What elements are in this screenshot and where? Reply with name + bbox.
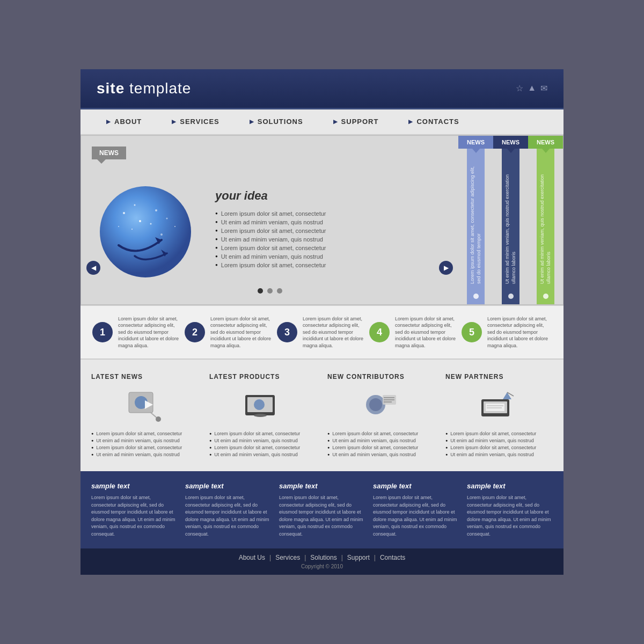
- footer-link-contacts[interactable]: Contacts: [380, 554, 405, 561]
- svg-point-22: [369, 398, 382, 411]
- hero-section: NEWS: [80, 135, 564, 305]
- news-panel-dot-blue[interactable]: [473, 294, 479, 299]
- svg-point-6: [139, 220, 141, 222]
- svg-point-0: [100, 186, 191, 277]
- nav-arrow: ▶: [333, 119, 338, 125]
- feature-new-partners: NEW PARTNERS Lorem ipsum dolor sit amet,…: [445, 373, 553, 458]
- title-light: template: [125, 80, 191, 97]
- feature-title-products: LATEST PRODUCTS: [209, 373, 317, 380]
- nav-item-about[interactable]: ▶ ABOUT: [91, 118, 157, 126]
- hero-prev-button[interactable]: ◀: [86, 261, 100, 275]
- svg-point-4: [166, 217, 168, 219]
- news-panel-dot-green[interactable]: [543, 294, 548, 299]
- news-icon-svg: [126, 390, 164, 422]
- nav-arrow: ▶: [408, 119, 413, 125]
- feature-bullet: Ut enim ad minim veniam, quis nostrud: [327, 437, 435, 444]
- hero-dot-1[interactable]: [258, 288, 263, 294]
- footer-link-about[interactable]: About Us: [239, 554, 265, 561]
- footer-sep-4: |: [374, 554, 376, 561]
- feature-bullet: Ut enim ad minim veniam, quis nostrud: [445, 451, 553, 458]
- globe-container: [92, 175, 199, 283]
- footer-links: About Us | Services | Solutions | Suppor…: [239, 554, 406, 561]
- nav-label-solutions: SOLUTIONS: [258, 118, 303, 126]
- hero-next-button[interactable]: ▶: [439, 261, 453, 275]
- footer-col-5: sample text Lorem ipsum dolor sit amet, …: [467, 482, 553, 538]
- nav-item-solutions[interactable]: ▶ SOLUTIONS: [235, 118, 318, 126]
- mail-icon[interactable]: ✉: [540, 83, 547, 93]
- hero-text: your idea Lorem ipsum dolor sit amet, co…: [215, 189, 326, 269]
- feature-latest-news: LATEST NEWS Lorem ipsum dolor sit amet, …: [91, 373, 199, 458]
- nav-item-contacts[interactable]: ▶ CONTACTS: [393, 118, 474, 126]
- footer-col-2: sample text Lorem ipsum dolor sit amet, …: [185, 482, 271, 538]
- svg-point-16: [156, 416, 161, 422]
- footer-link-support[interactable]: Support: [347, 554, 370, 561]
- footer-col-title-1: sample text: [91, 482, 177, 490]
- svg-point-3: [155, 209, 157, 211]
- feature-bullet: Lorem ipsum dolor sit amet, consectetur: [445, 430, 553, 437]
- hero-dots: [258, 288, 282, 294]
- feature-title-news: LATEST NEWS: [91, 373, 199, 380]
- footer-col-title-5: sample text: [467, 482, 553, 490]
- footer-bottom: About Us | Services | Solutions | Suppor…: [80, 548, 564, 575]
- news-panel-text-dark: Ut enim ad minim veniam, quis nostrud ex…: [504, 158, 517, 284]
- partners-icon-svg: [480, 390, 518, 422]
- feature-icon-news: [91, 387, 199, 425]
- feature-title-partners: NEW PARTNERS: [445, 373, 553, 380]
- hero-dot-2[interactable]: [267, 288, 273, 294]
- svg-marker-32: [503, 392, 511, 399]
- star-icon[interactable]: ☆: [516, 83, 523, 93]
- news-panel-tab-blue[interactable]: NEWS: [458, 136, 493, 149]
- svg-point-8: [118, 226, 119, 227]
- features-section: LATEST NEWS Lorem ipsum dolor sit amet, …: [80, 360, 564, 471]
- news-panel-body-dark: Ut enim ad minim veniam, quis nostrud ex…: [502, 149, 519, 304]
- news-panel-tab-dark[interactable]: NEWS: [493, 136, 528, 149]
- svg-rect-29: [486, 404, 504, 411]
- hero-bullet-5: Lorem ipsum dolor sit amet, consectetur: [215, 244, 326, 252]
- feature-icon-products: [209, 387, 317, 425]
- news-panel-dot-dark[interactable]: [508, 294, 514, 299]
- step-number-4: 4: [369, 322, 390, 342]
- steps-section: 1 Lorem ipsum dolor sit amet, consectetu…: [80, 305, 564, 360]
- feature-bullet: Ut enim ad minim veniam, quis nostrud: [209, 451, 317, 458]
- footer-link-services[interactable]: Services: [275, 554, 300, 561]
- feature-bullet: Ut enim ad minim veniam, quis nostrud: [209, 437, 317, 444]
- svg-point-20: [254, 414, 267, 417]
- hero-bullet-2: Ut enim ad minim veniam, quis nostrud: [215, 218, 326, 226]
- hero-content: your idea Lorem ipsum dolor sit amet, co…: [92, 175, 442, 283]
- feature-latest-products: LATEST PRODUCTS Lorem ipsum dolor sit am…: [209, 373, 317, 458]
- step-text-4: Lorem ipsum dolor sit amet, consectetur …: [395, 316, 459, 349]
- title-bold: site: [97, 80, 125, 97]
- step-4: 4 Lorem ipsum dolor sit amet, consectetu…: [369, 316, 459, 349]
- svg-point-5: [131, 229, 133, 230]
- step-number-1: 1: [92, 322, 113, 342]
- hero-bullet-4: Ut enim ad minim veniam, quis nostrud: [215, 235, 326, 244]
- footer-link-solutions[interactable]: Solutions: [310, 554, 336, 561]
- step-text-1: Lorem ipsum dolor sit amet, consectetur …: [118, 316, 182, 349]
- nav-arrow: ▶: [106, 119, 111, 125]
- step-1: 1 Lorem ipsum dolor sit amet, consectetu…: [92, 316, 182, 349]
- hero-main: NEWS: [81, 136, 458, 304]
- hero-bullet-6: Ut enim ad minim veniam, quis nostrud: [215, 252, 326, 261]
- news-panel-tab-green[interactable]: NEWS: [528, 136, 563, 149]
- feature-bullets-news: Lorem ipsum dolor sit amet, consectetur …: [91, 430, 199, 458]
- contributors-icon-svg: [362, 390, 400, 422]
- step-text-2: Lorem ipsum dolor sit amet, consectetur …: [210, 316, 275, 349]
- nav-item-services[interactable]: ▶ SERVICES: [157, 118, 235, 126]
- home-icon[interactable]: ▲: [528, 83, 536, 93]
- step-number-5: 5: [462, 322, 482, 342]
- news-panel-text-blue: Lorem ipsum dolor sit amet, consectetur …: [470, 158, 482, 284]
- nav-item-support[interactable]: ▶ SUPPORT: [318, 118, 394, 126]
- step-number-2: 2: [185, 322, 205, 342]
- nav-label-contacts: CONTACTS: [416, 118, 459, 126]
- hero-news-tab: NEWS: [92, 147, 126, 159]
- step-5: 5 Lorem ipsum dolor sit amet, consectetu…: [462, 316, 552, 349]
- feature-bullets-products: Lorem ipsum dolor sit amet, consectetur …: [209, 430, 317, 458]
- hero-bullet-1: Lorem ipsum dolor sit amet, consectetur: [215, 209, 326, 218]
- footer-col-body-5: Lorem ipsum dolor sit amet, consectetur …: [467, 494, 553, 538]
- feature-bullet: Ut enim ad minim veniam, quis nostrud: [445, 437, 553, 444]
- step-number-3: 3: [277, 322, 297, 342]
- nav-arrow: ▶: [172, 119, 177, 125]
- footer-top: sample text Lorem ipsum dolor sit amet, …: [80, 471, 564, 548]
- hero-dot-3[interactable]: [277, 288, 282, 294]
- nav-label-about: ABOUT: [114, 118, 142, 126]
